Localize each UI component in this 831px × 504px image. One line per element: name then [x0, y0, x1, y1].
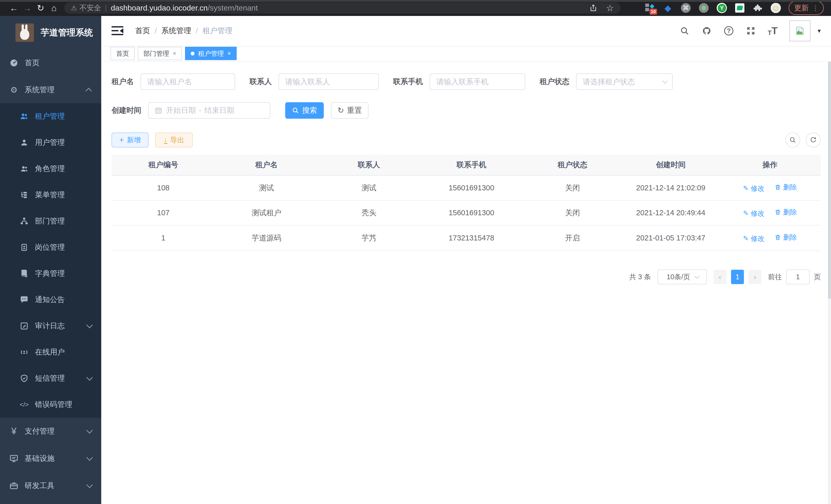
browser-profile-avatar[interactable]: ☺ — [771, 3, 781, 13]
close-icon[interactable]: × — [173, 50, 176, 57]
search-button[interactable]: 搜索 — [285, 102, 324, 119]
delete-link[interactable]: 删除 — [774, 208, 797, 217]
contact-input[interactable] — [285, 78, 372, 86]
tab-dept[interactable]: 部门管理 × — [138, 47, 182, 60]
sidebar-item-menu[interactable]: 菜单管理 — [0, 182, 101, 208]
extension-y-icon[interactable]: Y — [717, 3, 727, 13]
app-logo-row[interactable]: 芋道管理系统 — [0, 16, 101, 49]
date-range-picker[interactable]: 开始日期 - 结束日期 — [148, 102, 270, 119]
chevron-down-icon — [86, 374, 93, 381]
edit-link[interactable]: ✎修改 — [743, 184, 765, 193]
filter-row-2: 创建时间 开始日期 - 结束日期 搜索 ↻ 重置 — [112, 102, 821, 119]
edit-link[interactable]: ✎修改 — [743, 234, 765, 243]
table-toolbar-right — [785, 132, 821, 147]
sidebar-item-error-code[interactable]: </> 错误码管理 — [0, 391, 101, 418]
chevron-down-icon — [86, 482, 93, 488]
breadcrumb-system[interactable]: 系统管理 — [161, 26, 191, 36]
gear-icon: ⚙ — [9, 85, 19, 95]
browser-toolbar: ← → ↻ ⌂ ⚠ 不安全 dashboard.yudao.iocoder.cn… — [0, 0, 831, 16]
share-icon[interactable] — [589, 4, 597, 12]
status-select-input[interactable] — [583, 78, 659, 86]
extension-balloon-icon[interactable]: ◆ — [663, 3, 673, 13]
url-host[interactable]: dashboard.yudao.iocoder.cn — [111, 4, 208, 12]
start-date-placeholder[interactable]: 开始日期 — [166, 105, 196, 116]
goto-page-input[interactable] — [786, 269, 810, 285]
sidebar-group-system[interactable]: ⚙ 系统管理 — [0, 76, 101, 103]
edit-link[interactable]: ✎修改 — [743, 209, 765, 218]
sidebar-group-sms[interactable]: 短信管理 — [0, 365, 101, 391]
sidebar-item-home[interactable]: 首页 — [0, 49, 101, 76]
export-button[interactable]: ↓ 导出 — [155, 132, 193, 147]
sidebar-group-devtools[interactable]: 研发工具 — [0, 472, 101, 499]
sidebar-item-dept[interactable]: 部门管理 — [0, 208, 101, 234]
sidebar-item-notice[interactable]: 通知公告 — [0, 287, 101, 313]
col-header-status: 租户状态 — [523, 160, 622, 170]
prev-page-button[interactable]: ‹ — [714, 270, 726, 284]
avatar-caret-icon[interactable]: ▾ — [818, 27, 821, 34]
filter-row-1: 租户名 联系人 联系手机 租户状态 — [112, 73, 821, 90]
end-date-placeholder[interactable]: 结束日期 — [204, 105, 234, 116]
chevron-down-icon — [86, 322, 93, 328]
sidebar-group-infra[interactable]: 基础设施 — [0, 445, 101, 472]
breadcrumb-home[interactable]: 首页 — [135, 26, 150, 36]
briefcase-icon — [9, 481, 19, 491]
delete-link[interactable]: 删除 — [774, 233, 797, 242]
next-page-button[interactable]: › — [748, 270, 762, 284]
search-icon[interactable] — [679, 26, 690, 36]
filter-mobile: 联系手机 — [393, 73, 525, 90]
chevron-down-icon — [86, 427, 93, 434]
tab-tenant[interactable]: 租户管理 × — [185, 47, 237, 60]
extension-command-icon[interactable]: ⌘ — [681, 3, 691, 13]
url-path[interactable]: /system/tenant — [208, 4, 258, 12]
screen: ← → ↻ ⌂ ⚠ 不安全 dashboard.yudao.iocoder.cn… — [0, 0, 831, 504]
mobile-input[interactable] — [436, 78, 519, 86]
search-icon — [789, 137, 796, 144]
fullscreen-icon[interactable] — [746, 26, 756, 36]
sidebar-item-role[interactable]: 角色管理 — [0, 156, 101, 182]
browser-back-button[interactable]: ← — [7, 3, 21, 13]
github-icon[interactable] — [701, 26, 712, 36]
browser-menu-dots-icon[interactable]: ⋮ — [812, 4, 819, 12]
sidebar-item-dict[interactable]: 字典管理 — [0, 261, 101, 287]
not-secure-label[interactable]: 不安全 — [79, 3, 101, 13]
sidebar-item-user[interactable]: 用户管理 — [0, 129, 101, 156]
sidebar-item-post[interactable]: 岗位管理 — [0, 234, 101, 261]
browser-reload-button[interactable]: ↻ — [34, 3, 47, 13]
col-header-mobile: 联系手机 — [420, 160, 523, 170]
add-button[interactable]: + 新增 — [112, 132, 148, 147]
page-buttons: ‹ 1 › — [714, 270, 762, 284]
sidebar-group-audit-log[interactable]: 审计日志 — [0, 313, 101, 339]
avatar[interactable] — [790, 20, 810, 41]
page-size-select[interactable]: 10条/页 — [658, 269, 707, 285]
tenant-name-input[interactable] — [147, 78, 228, 86]
extension-badge-icon[interactable]: ◆ 10 — [645, 3, 655, 13]
tab-home[interactable]: 首页 — [111, 47, 135, 60]
browser-home-button[interactable]: ⌂ — [47, 3, 61, 13]
extension-record-icon[interactable] — [699, 3, 709, 13]
refresh-table-button[interactable] — [806, 132, 821, 147]
browser-update-button[interactable]: 更新 ⋮ — [789, 1, 824, 15]
extension-chat-icon[interactable] — [735, 3, 745, 13]
delete-link[interactable]: 删除 — [774, 183, 797, 192]
browser-forward-button[interactable]: → — [21, 3, 34, 13]
address-bar[interactable]: ⚠ 不安全 dashboard.yudao.iocoder.cn /system… — [64, 2, 621, 13]
extension-badge-count: 10 — [650, 9, 657, 14]
tree-table-icon — [19, 190, 29, 200]
table-row: 108 测试 测试 15601691300 关闭 2021-12-14 21:0… — [112, 176, 821, 201]
sidebar-item-tenant[interactable]: 租户管理 — [0, 103, 101, 129]
close-icon[interactable]: × — [227, 50, 231, 57]
bookmark-star-icon[interactable]: ☆ — [606, 3, 614, 13]
sidebar-collapse-icon[interactable] — [112, 26, 123, 35]
font-size-icon[interactable]: TT — [768, 25, 778, 36]
help-icon[interactable]: ? — [724, 26, 734, 36]
sidebar-item-online-users[interactable]: 在线用户 — [0, 339, 101, 365]
page-scrollbar[interactable] — [828, 16, 831, 504]
extensions-puzzle-icon[interactable] — [753, 3, 763, 13]
reset-button[interactable]: ↻ 重置 — [331, 102, 369, 119]
hide-search-button[interactable] — [785, 132, 800, 147]
org-chart-icon — [19, 216, 29, 226]
status-select[interactable] — [576, 73, 673, 90]
sidebar-group-pay[interactable]: ¥ 支付管理 — [0, 418, 101, 445]
pagination-goto: 前往 页 — [768, 269, 821, 285]
current-page-button[interactable]: 1 — [731, 270, 744, 284]
